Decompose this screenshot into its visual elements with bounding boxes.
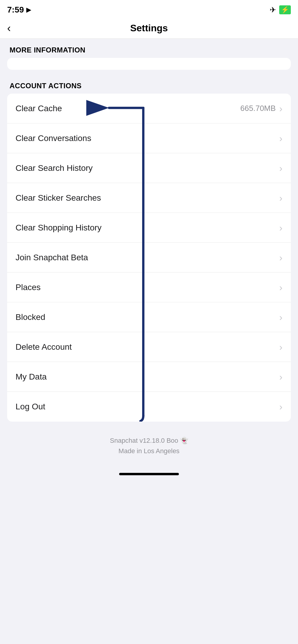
clear-cache-chevron: ›: [279, 104, 282, 113]
clear-cache-label: Clear Cache: [16, 104, 62, 113]
battery-icon: ⚡: [279, 5, 291, 14]
delete-account-label: Delete Account: [16, 342, 72, 352]
places-item[interactable]: Places ›: [7, 273, 291, 302]
account-actions-card: Clear Cache 665.70MB › Clear Conversatio…: [7, 94, 291, 422]
blocked-chevron: ›: [279, 312, 282, 322]
clear-search-history-label: Clear Search History: [16, 163, 93, 173]
status-bar: 7:59 ▶ ✈ ⚡: [0, 0, 298, 18]
back-button[interactable]: ‹: [7, 23, 11, 34]
my-data-item[interactable]: My Data ›: [7, 362, 291, 392]
more-information-section-header: MORE INFORMATION: [0, 39, 298, 58]
clear-shopping-history-label: Clear Shopping History: [16, 223, 102, 233]
clear-sticker-searches-item[interactable]: Clear Sticker Searches ›: [7, 183, 291, 213]
footer: Snapchat v12.18.0 Boo 👻 Made in Los Ange…: [0, 426, 298, 468]
home-indicator: [0, 468, 298, 480]
clear-shopping-history-item[interactable]: Clear Shopping History ›: [7, 213, 291, 243]
log-out-chevron: ›: [279, 402, 282, 411]
join-snapchat-beta-item[interactable]: Join Snapchat Beta ›: [7, 243, 291, 273]
my-data-chevron: ›: [279, 372, 282, 382]
version-text: Snapchat v12.18.0 Boo 👻: [7, 435, 291, 446]
status-icons: ✈ ⚡: [270, 5, 291, 15]
nav-header: ‹ Settings: [0, 18, 298, 39]
clear-conversations-item[interactable]: Clear Conversations ›: [7, 123, 291, 153]
blocked-label: Blocked: [16, 312, 45, 322]
account-actions-section-header: ACCOUNT ACTIONS: [0, 75, 298, 94]
blocked-item[interactable]: Blocked ›: [7, 302, 291, 332]
status-time: 7:59: [7, 5, 24, 15]
clear-cache-item[interactable]: Clear Cache 665.70MB ›: [7, 94, 291, 123]
log-out-label: Log Out: [16, 402, 45, 411]
location-text: Made in Los Angeles: [7, 446, 291, 456]
location-icon: ▶: [26, 6, 31, 14]
home-bar: [119, 473, 179, 475]
places-chevron: ›: [279, 283, 282, 292]
airplane-icon: ✈: [270, 5, 276, 15]
my-data-label: My Data: [16, 372, 47, 382]
clear-sticker-searches-chevron: ›: [279, 193, 282, 203]
clear-conversations-label: Clear Conversations: [16, 134, 91, 143]
log-out-item[interactable]: Log Out ›: [7, 392, 291, 422]
page-title: Settings: [130, 23, 168, 34]
join-snapchat-beta-chevron: ›: [279, 253, 282, 262]
clear-search-history-item[interactable]: Clear Search History ›: [7, 153, 291, 183]
clear-search-history-chevron: ›: [279, 163, 282, 173]
clear-shopping-history-chevron: ›: [279, 223, 282, 233]
clear-conversations-chevron: ›: [279, 134, 282, 143]
clear-cache-value: 665.70MB: [240, 104, 276, 113]
join-snapchat-beta-label: Join Snapchat Beta: [16, 253, 88, 262]
delete-account-chevron: ›: [279, 342, 282, 352]
delete-account-item[interactable]: Delete Account ›: [7, 332, 291, 362]
partial-card: [7, 58, 291, 70]
places-label: Places: [16, 283, 41, 292]
clear-sticker-searches-label: Clear Sticker Searches: [16, 193, 101, 203]
